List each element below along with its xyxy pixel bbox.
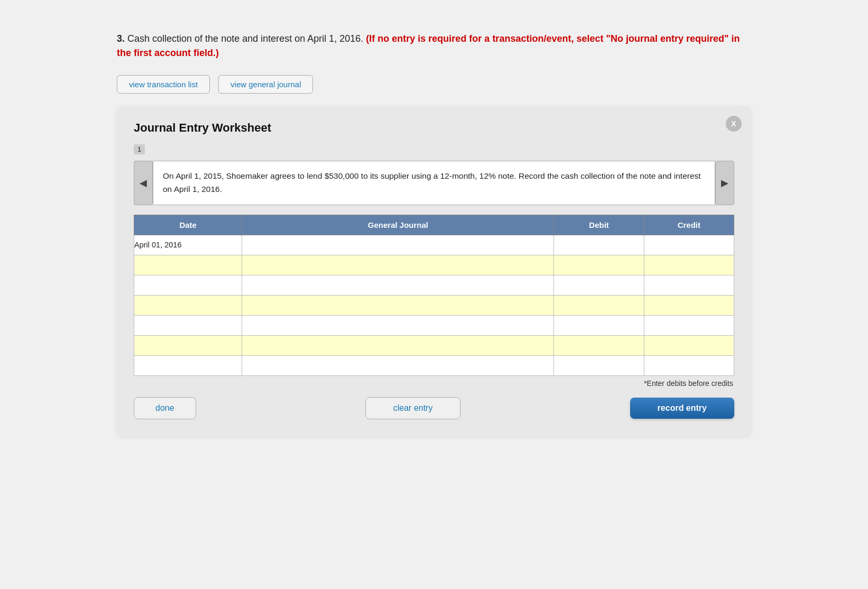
debit-cell[interactable] [554, 295, 644, 315]
next-arrow-button[interactable]: ▶ [715, 161, 734, 205]
table-row [134, 355, 734, 375]
prev-arrow-button[interactable]: ◀ [134, 161, 153, 205]
description-box: On April 1, 2015, Shoemaker agrees to le… [153, 161, 715, 205]
journal-cell[interactable] [242, 315, 554, 335]
col-header-date: Date [134, 215, 242, 235]
done-button[interactable]: done [134, 397, 196, 419]
date-cell [134, 315, 242, 335]
table-row [134, 335, 734, 355]
journal-cell[interactable] [242, 295, 554, 315]
page-container: 3. Cash collection of the note and inter… [117, 32, 751, 436]
description-row: ◀ On April 1, 2015, Shoemaker agrees to … [134, 161, 734, 205]
col-header-credit: Credit [644, 215, 734, 235]
journal-cell[interactable] [242, 255, 554, 275]
view-journal-button[interactable]: view general journal [218, 75, 313, 94]
table-row [134, 255, 734, 275]
question-text: 3. Cash collection of the note and inter… [117, 32, 751, 60]
credit-cell[interactable] [644, 255, 734, 275]
journal-cell[interactable] [242, 235, 554, 255]
col-header-debit: Debit [554, 215, 644, 235]
bottom-buttons: done clear entry record entry [134, 397, 734, 419]
date-cell: April 01, 2016 [134, 235, 242, 255]
date-cell [134, 295, 242, 315]
date-cell [134, 335, 242, 355]
question-body: Cash collection of the note and interest… [127, 33, 363, 44]
question-number: 3. [117, 33, 125, 44]
debit-cell[interactable] [554, 355, 644, 375]
credit-cell[interactable] [644, 315, 734, 335]
clear-entry-button[interactable]: clear entry [365, 397, 461, 419]
table-row [134, 295, 734, 315]
footnote: *Enter debits before credits [134, 379, 734, 388]
date-cell [134, 255, 242, 275]
worksheet-title: Journal Entry Worksheet [134, 121, 734, 135]
table-row: April 01, 2016 [134, 235, 734, 255]
close-button[interactable]: X [726, 116, 742, 132]
view-transaction-button[interactable]: view transaction list [117, 75, 210, 94]
debit-cell[interactable] [554, 235, 644, 255]
table-row [134, 315, 734, 335]
journal-table: Date General Journal Debit Credit April … [134, 215, 734, 376]
col-header-journal: General Journal [242, 215, 554, 235]
date-cell [134, 355, 242, 375]
journal-cell[interactable] [242, 355, 554, 375]
credit-cell[interactable] [644, 275, 734, 295]
debit-cell[interactable] [554, 275, 644, 295]
table-row [134, 275, 734, 295]
toolbar-buttons: view transaction list view general journ… [117, 75, 751, 94]
worksheet-panel: X Journal Entry Worksheet 1 ◀ On April 1… [117, 106, 751, 436]
credit-cell[interactable] [644, 295, 734, 315]
journal-cell[interactable] [242, 275, 554, 295]
date-cell [134, 275, 242, 295]
debit-cell[interactable] [554, 255, 644, 275]
debit-cell[interactable] [554, 315, 644, 335]
credit-cell[interactable] [644, 355, 734, 375]
debit-cell[interactable] [554, 335, 644, 355]
credit-cell[interactable] [644, 235, 734, 255]
credit-cell[interactable] [644, 335, 734, 355]
journal-cell[interactable] [242, 335, 554, 355]
step-badge: 1 [134, 144, 145, 154]
record-entry-button[interactable]: record entry [630, 398, 734, 419]
